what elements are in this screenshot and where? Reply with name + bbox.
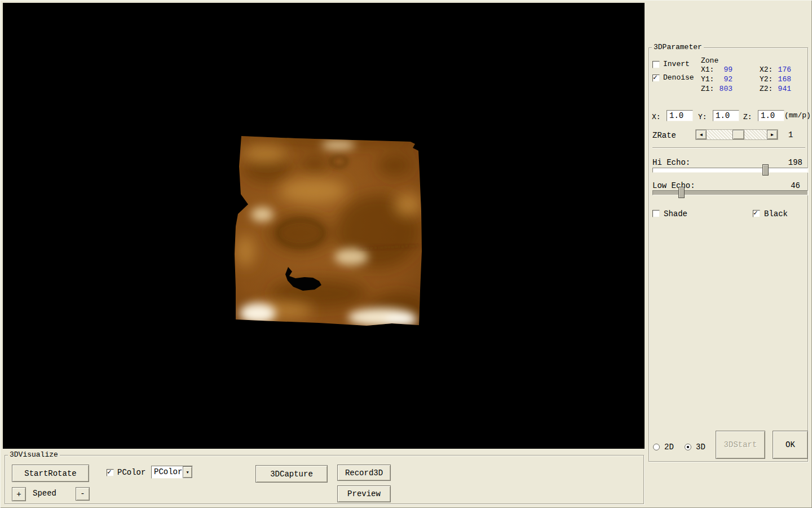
start-3d-button[interactable]: 3DStart [716, 431, 765, 459]
start-rotate-button[interactable]: StartRotate [12, 465, 89, 482]
speed-label: Speed [33, 489, 56, 497]
zrate-thumb[interactable] [732, 130, 744, 139]
mode-2d-label: 2D [664, 443, 674, 451]
zrate-left-arrow[interactable]: ◀ [696, 130, 707, 139]
parameter-panel-title: 3DParameter [652, 43, 704, 51]
zone-y2-value: 168 [764, 76, 791, 84]
invert-label: Invert [663, 60, 690, 68]
mode-3d-radio[interactable] [685, 444, 691, 450]
record-button[interactable]: Record3D [337, 465, 391, 481]
black-label: Black [764, 210, 788, 218]
zone-y1-value: 92 [704, 76, 732, 84]
zone-z2-value: 941 [764, 85, 791, 93]
mode-2d-radio[interactable] [653, 444, 660, 450]
chevron-down-icon[interactable]: ▼ [183, 466, 192, 478]
shade-checkbox[interactable]: ✓ [652, 210, 660, 217]
check-icon: ✓ [107, 467, 112, 476]
shade-label: Shade [664, 210, 687, 218]
low-echo-thumb[interactable] [678, 187, 685, 198]
pcolor-dropdown[interactable]: PColor ▼ [151, 466, 193, 479]
invert-checkbox[interactable]: ✓ [652, 61, 660, 68]
preview-button[interactable]: Preview [337, 485, 391, 502]
app-window: 3DParameter ✓ Invert ✓ Denoise Zone X1: … [0, 0, 812, 508]
speed-plus-button[interactable]: + [12, 487, 26, 501]
check-icon: ✓ [753, 208, 758, 217]
zrate-value: 1 [788, 131, 793, 139]
scale-z-input[interactable] [758, 110, 784, 121]
scale-x-label: X: [652, 113, 661, 121]
separator [652, 147, 805, 148]
scale-y-label: Y: [698, 113, 707, 121]
zrate-label: ZRate [652, 132, 676, 139]
zone-x1-value: 99 [704, 66, 732, 74]
black-checkbox[interactable]: ✓ [753, 210, 760, 217]
visualize-panel-title: 3DVisualize [8, 451, 60, 459]
scale-unit-label: (mm/p) [784, 112, 811, 120]
zrate-scrollbar[interactable]: ◀ ▶ [695, 129, 778, 140]
check-icon: ✓ [653, 73, 657, 82]
zone-label: Zone [701, 57, 718, 65]
scale-z-label: Z: [743, 113, 752, 121]
hi-echo-slider[interactable] [652, 168, 808, 173]
radio-dot-icon [687, 446, 689, 448]
ultrasound-render [3, 3, 645, 449]
capture-button[interactable]: 3DCapture [255, 465, 328, 483]
parameter-panel: 3DParameter ✓ Invert ✓ Denoise Zone X1: … [648, 47, 808, 462]
speed-minus-button[interactable]: - [76, 487, 90, 501]
zrate-right-arrow[interactable]: ▶ [767, 130, 778, 139]
scale-x-input[interactable] [667, 110, 693, 121]
pcolor-dropdown-value: PColor [154, 467, 182, 476]
low-echo-slider[interactable] [652, 190, 808, 195]
visualize-panel: 3DVisualize StartRotate + Speed - ✓ PCol… [5, 455, 644, 504]
ok-button[interactable]: OK [773, 431, 808, 459]
scale-y-input[interactable] [713, 110, 739, 121]
hi-echo-label: Hi Echo: [652, 159, 690, 167]
denoise-label: Denoise [663, 74, 694, 82]
low-echo-value: 46 [762, 182, 800, 190]
zone-z1-value: 803 [704, 85, 732, 93]
render-viewport[interactable] [3, 3, 645, 449]
pcolor-label: PColor [117, 468, 145, 476]
mode-3d-label: 3D [696, 443, 705, 451]
pcolor-checkbox[interactable]: ✓ [107, 469, 114, 476]
low-echo-label: Low Echo: [652, 182, 695, 190]
hi-echo-thumb[interactable] [762, 164, 769, 176]
denoise-checkbox[interactable]: ✓ [652, 75, 660, 82]
zone-x2-value: 176 [764, 66, 791, 74]
